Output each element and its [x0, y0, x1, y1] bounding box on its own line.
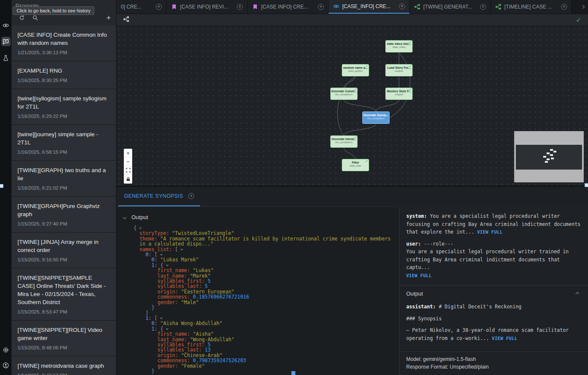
flow-node[interactable]: ✓ random name g... exec_python [342, 64, 369, 76]
prompt-timestamp: 1/15/2025, 9:16:50 PM [17, 257, 110, 262]
tab-close-icon[interactable]: × [188, 193, 194, 199]
tab-cre-partial[interactable]: 0] CRE... × [116, 0, 166, 14]
json-key: gender [157, 363, 181, 369]
prompt-list-item[interactable]: [TWINE] metroidvania case graph 1/14/202… [12, 357, 116, 375]
flow-node[interactable]: ✓ Filter state_filter [342, 159, 369, 171]
view-full-link[interactable]: VIEW FULL [406, 272, 581, 280]
json-line: 0"Lukas Marek" [134, 257, 395, 262]
check-icon[interactable]: ✓ [576, 16, 581, 24]
selection-handle-bottom[interactable] [291, 371, 295, 375]
collapse-caret-icon[interactable] [166, 327, 169, 330]
response-format-info: Response Format: Unspecified/plain [406, 363, 581, 371]
prompt-list-item[interactable]: [TWINE][GRAPH} two truths and a lie 1/16… [12, 161, 116, 197]
json-bracket: } [151, 368, 154, 374]
selection-handle-right[interactable] [585, 183, 588, 187]
flow-node[interactable]: ✓ Mystery Style F... snippet [385, 88, 413, 100]
flow-icon [495, 4, 501, 10]
messages-section: system: You are a specialist legal proce… [399, 208, 588, 286]
add-prompt-button[interactable]: + [106, 15, 111, 21]
tab-close-icon[interactable]: × [480, 4, 486, 10]
account-icon[interactable] [1, 360, 11, 370]
node-type: llm_completion [363, 117, 389, 120]
minimap-viewport [516, 145, 582, 170]
prompt-list-item[interactable]: [TWINE][GRAPH]Pure Graphviz graph 1/15/2… [12, 197, 116, 233]
json-value: "Female" [181, 363, 204, 369]
flow-canvas[interactable]: ✓ state mkey stor... state_mkey ✓ random… [116, 26, 588, 186]
chevron-down-icon [123, 215, 126, 219]
tab-close-icon[interactable]: × [399, 3, 405, 9]
user-message: user: ---role--- You are a specialist le… [406, 240, 581, 280]
fit-view-button[interactable] [124, 166, 132, 175]
zoom-out-button[interactable]: − [124, 158, 132, 166]
flow-node[interactable]: ✓ Generate Comm... llm_completion [330, 88, 358, 100]
prompt-timestamp: 1/16/2025, 6:58:15 PM [17, 149, 110, 155]
prompt-list: [CASE INFO] Create Common Info with rand… [12, 26, 116, 375]
search-icon[interactable] [32, 15, 38, 21]
collapse-caret-icon[interactable] [180, 248, 183, 250]
tab-twine-generat[interactable]: [TWINE] GENERAT... × [410, 0, 491, 14]
tab-timeline-case[interactable]: [TIMELINE] CASE ... × [491, 0, 572, 14]
eye-icon[interactable] [1, 21, 11, 30]
assistant-output-section: Output assistant: # Digital Deceit's Rec… [399, 286, 588, 352]
tab-bar: 0] CRE... × [CASE INFO] REVI... × [CASE … [116, 0, 588, 14]
prompt-list-item[interactable]: [TWINE][SNIPPET][SAMPLE CASE] Online Thr… [12, 269, 116, 321]
collapse-caret-icon[interactable] [166, 264, 169, 266]
node-type: llm_completion [331, 93, 357, 96]
check-icon: ✓ [408, 88, 412, 92]
node-type: snippet [386, 93, 412, 96]
json-bracket: } [151, 305, 154, 311]
prompt-title: [TWINE] metroidvania case graph [17, 362, 110, 370]
json-value: "Aisha Wong-Abdullah" [160, 320, 222, 326]
output-section-title: Output [406, 290, 423, 297]
tab-scroll-right-icon[interactable] [578, 0, 588, 14]
tab-label: [CASE_INFO] CRE... [342, 3, 390, 9]
flask-icon[interactable] [1, 53, 11, 62]
collapse-caret-icon[interactable] [139, 226, 142, 229]
prompts-icon[interactable] [1, 37, 11, 46]
prompt-list-item[interactable]: [EXAMPLE] RNG 1/16/2025, 8:30:25 PM [12, 62, 116, 89]
flow-node[interactable]: ✓ Generate Synop... llm_completion [362, 111, 390, 124]
gear-icon[interactable] [1, 345, 11, 354]
flow-node[interactable]: ✓ state mkey stor... state_mkey [385, 40, 413, 53]
panel-tab-generate-synopsis[interactable]: GENERATE SYNOPSIS × [118, 187, 200, 206]
tab-close-icon[interactable]: × [237, 4, 243, 10]
node-type: state_mkey [386, 46, 412, 48]
tab-case-info-cre[interactable]: [CASE INFO] CRE... × [247, 0, 329, 14]
tab-case-info-cre-active[interactable]: [CASE_INFO] CRE... × [329, 0, 410, 14]
flow-node[interactable]: ✓ Generate Introd... llm_completion [330, 135, 358, 148]
tab-close-icon[interactable]: × [156, 4, 162, 10]
tab-case-info-revi[interactable]: [CASE INFO] REVI... × [166, 0, 247, 14]
json-value: "Lukas Marek" [160, 257, 199, 263]
output-tree-column: Output { storyType"TwistedLoveTriangle" … [116, 208, 399, 375]
flow-node[interactable]: ✓ Load Story For... snippet [385, 64, 413, 76]
check-icon: ✓ [408, 40, 412, 44]
synopsis-text-block: — Petar Nikolov, a 38-year-old romance s… [406, 326, 581, 342]
collapse-caret-icon[interactable] [160, 253, 163, 255]
output-tree-header[interactable]: Output [116, 208, 399, 223]
tab-label: [CASE INFO] CRE... [261, 4, 308, 10]
view-full-link[interactable]: VIEW FULL [492, 336, 518, 341]
minimap[interactable] [514, 131, 584, 182]
collapse-caret-icon[interactable] [160, 316, 163, 319]
tab-close-icon[interactable]: × [561, 4, 567, 10]
selection-handle-left[interactable] [0, 184, 3, 188]
prompt-list-item[interactable]: [twine][journey] simple sample - 2T1L 1/… [12, 125, 116, 161]
prompt-list-item[interactable]: [TWINE] [JINJA] Array merge in correct o… [12, 233, 116, 269]
refresh-icon[interactable] [18, 15, 25, 21]
flow-icon[interactable] [123, 16, 129, 24]
minimap-node [553, 151, 556, 152]
prompt-list-item[interactable]: [CASE INFO] Create Common Info with rand… [12, 26, 116, 62]
node-type: llm_completion [331, 141, 357, 144]
prompt-timestamp: 1/14/2025, 9:43:17 PM [17, 373, 110, 375]
zoom-in-button[interactable]: + [124, 149, 132, 158]
view-full-link[interactable]: VIEW FULL [477, 229, 503, 234]
json-bracket: { [134, 225, 137, 231]
json-key: gender [157, 299, 181, 305]
prompt-list-item[interactable]: [TWINE][SNIPPET][ROLE] Video game writer… [12, 321, 116, 357]
lock-button[interactable] [124, 175, 132, 183]
tab-close-icon[interactable]: × [318, 4, 324, 10]
output-section-header[interactable]: Output [406, 290, 581, 297]
prompt-title: [TWINE][GRAPH} two truths and a lie [17, 166, 110, 182]
prompt-list-item[interactable]: [twine][syllogism] sample syllogism for … [12, 89, 116, 125]
run-footer: Model: gemini/gemini-1.5-flash Response … [399, 352, 588, 375]
